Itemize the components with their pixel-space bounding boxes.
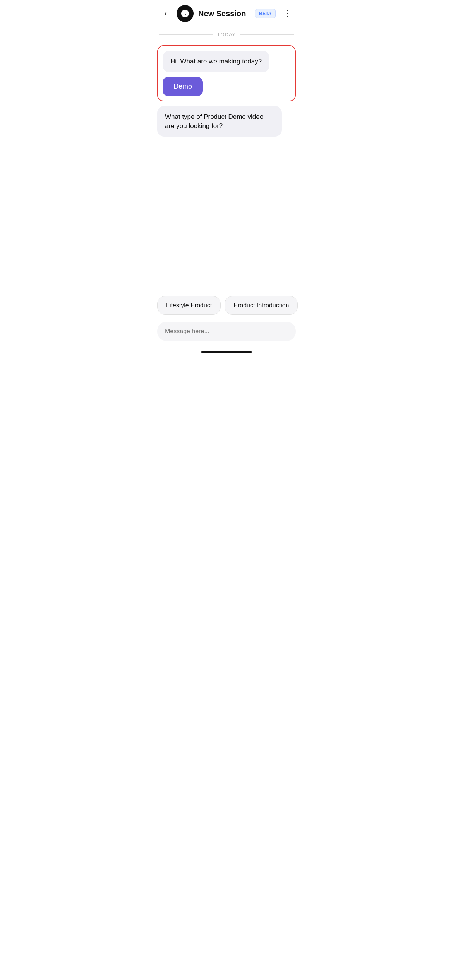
date-line-right <box>240 34 294 35</box>
home-indicator <box>151 347 302 356</box>
more-icon: ⋮ <box>283 9 292 19</box>
beta-badge: BETA <box>255 9 276 18</box>
bot-response-text: What type of Product Demo video are you … <box>165 113 263 130</box>
highlighted-message-box: Hi. What are we making today? Demo <box>157 45 296 101</box>
suggestion-chip-lifestyle[interactable]: Lifestyle Product <box>157 296 221 315</box>
user-message-text: Hi. What are we making today? <box>170 58 262 65</box>
suggestion-chip-product-intro[interactable]: Product Introduction <box>225 296 298 315</box>
back-button[interactable]: ‹ <box>159 7 173 21</box>
user-message-bubble: Hi. What are we making today? <box>163 51 269 72</box>
app-header: ‹ New Session BETA ⋮ <box>151 0 302 27</box>
app-logo <box>177 5 194 22</box>
home-bar <box>201 351 252 353</box>
message-input-area <box>151 319 302 347</box>
app-logo-icon <box>180 9 190 18</box>
session-title: New Session <box>198 9 255 18</box>
message-input[interactable] <box>157 322 296 341</box>
date-label: TODAY <box>213 32 241 38</box>
bot-response-bubble: What type of Product Demo video are you … <box>157 106 282 137</box>
suggestion-chip-other[interactable]: Ot... <box>302 296 302 315</box>
demo-button[interactable]: Demo <box>163 77 203 96</box>
back-icon: ‹ <box>164 9 167 19</box>
date-line-left <box>159 34 213 35</box>
date-separator: TODAY <box>151 27 302 42</box>
chat-spacer <box>151 144 302 291</box>
suggestions-row: Lifestyle Product Product Introduction O… <box>151 291 302 319</box>
chat-area: Hi. What are we making today? Demo What … <box>151 42 302 144</box>
more-button[interactable]: ⋮ <box>280 7 294 21</box>
